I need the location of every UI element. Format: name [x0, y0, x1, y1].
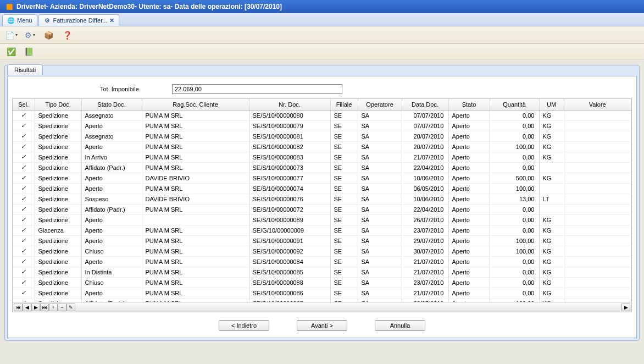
table-row[interactable]: ✓SpedizioneApertoPUMA M SRLSE/S/10/00000…: [13, 288, 631, 298]
table-row[interactable]: ✓SpedizioneAffidato (Padr.)PUMA M SRLSE/…: [13, 204, 631, 214]
cell-nr: SE/S/10/00000080: [249, 110, 330, 120]
table-row[interactable]: ✓SpedizioneIn ArrivoPUMA M SRLSE/S/10/00…: [13, 152, 631, 162]
cell-rag: DAVIDE BRIVIO: [142, 173, 249, 183]
cell-nr: SE/S/10/00000074: [249, 183, 330, 194]
table-row[interactable]: ✓SpedizioneAffidato (Padr.)PUMA M SRLSE/…: [13, 162, 631, 173]
table-row[interactable]: ✓SpedizioneApertoSE/S/10/00000089SESA26/…: [13, 214, 631, 225]
main-toolbar: 📄 ⚙ 📦 ❓: [0, 26, 644, 44]
table-row[interactable]: ✓SpedizioneApertoPUMA M SRLSE/S/10/00000…: [13, 183, 631, 194]
tot-imponibile-value[interactable]: 22.069,00: [172, 84, 342, 94]
col-operatore[interactable]: Operatore: [358, 99, 402, 110]
cell-stato: In Arrivo: [81, 152, 142, 162]
table-row[interactable]: ✓SpedizioneApertoPUMA M SRLSE/S/10/00000…: [13, 256, 631, 267]
col-data-doc[interactable]: Data Doc.: [402, 99, 448, 110]
cell-stato: Sospeso: [81, 194, 142, 204]
cell-rag: PUMA M SRL: [142, 183, 249, 194]
table-row[interactable]: ✓SpedizioneSospesoDAVIDE BRIVIOSE/S/10/0…: [13, 194, 631, 204]
cell-fil: SE: [330, 288, 358, 298]
tot-imponibile-label: Tot. Imponibile: [100, 86, 139, 92]
cell-stato2: Aperto: [448, 214, 490, 225]
cell-op: SA: [358, 225, 402, 235]
cell-nr: SE/S/10/00000085: [249, 267, 330, 277]
cell-rag: PUMA M SRL: [142, 256, 249, 267]
col-stato[interactable]: Stato: [448, 99, 490, 110]
cell-um: KG: [539, 120, 564, 131]
cell-rag: PUMA M SRL: [142, 110, 249, 120]
new-document-button[interactable]: 📄: [4, 29, 18, 42]
col-sel[interactable]: Sel.: [13, 99, 35, 110]
cell-stato: Affidato (Padr.): [81, 204, 142, 214]
cell-um: KG: [539, 298, 564, 302]
cell-nr: SE/S/10/00000073: [249, 162, 330, 173]
tab-menu[interactable]: 🌐 Menu: [2, 14, 37, 26]
grid-nav-button[interactable]: ⏮: [14, 304, 23, 311]
cell-um: KG: [539, 256, 564, 267]
col-rag-soc[interactable]: Rag.Soc. Cliente: [142, 99, 249, 110]
validate-button[interactable]: ✅: [4, 45, 18, 58]
table-row[interactable]: ✓GiacenzaApertoPUMA M SRLSE/G/10/0000000…: [13, 225, 631, 235]
table-row[interactable]: ✓SpedizioneAffidato (Padr.)PUMA M SRLSE/…: [13, 298, 631, 302]
cell-data: 23/07/2010: [402, 225, 448, 235]
cell-rag: PUMA M SRL: [142, 298, 249, 302]
cell-val: [564, 256, 631, 267]
cell-qta: 13,00: [490, 194, 539, 204]
grid-nav-button[interactable]: +: [49, 304, 58, 311]
cancel-button[interactable]: Annulla: [375, 320, 425, 331]
grid-nav-button[interactable]: ▶: [31, 304, 40, 311]
col-nr-doc[interactable]: Nr. Doc.: [249, 99, 330, 110]
col-filiale[interactable]: Filiale: [330, 99, 358, 110]
table-row[interactable]: ✓SpedizioneChiusoPUMA M SRLSE/S/10/00000…: [13, 277, 631, 288]
cell-stato: Assegnato: [81, 110, 142, 120]
package-button[interactable]: 📦: [42, 29, 55, 42]
table-row[interactable]: ✓SpedizioneChiusoPUMA M SRLSE/S/10/00000…: [13, 246, 631, 256]
settings-button[interactable]: ⚙: [23, 29, 36, 42]
col-quantita[interactable]: Quantità: [490, 99, 539, 110]
table-row[interactable]: ✓SpedizioneApertoPUMA M SRLSE/S/10/00000…: [13, 141, 631, 152]
cell-tipo: Giacenza: [35, 225, 81, 235]
cell-qta: 0,00: [490, 152, 539, 162]
col-stato-doc[interactable]: Stato Doc.: [81, 99, 142, 110]
cell-rag: PUMA M SRL: [142, 152, 249, 162]
cell-data: 07/07/2010: [402, 120, 448, 131]
cell-tipo: Spedizione: [35, 194, 81, 204]
cell-um: KG: [539, 225, 564, 235]
cell-data: 21/07/2010: [402, 267, 448, 277]
cell-nr: SE/S/10/00000092: [249, 246, 330, 256]
next-button[interactable]: Avanti >: [297, 320, 347, 331]
tab-risultati[interactable]: Risultati: [7, 64, 43, 75]
scroll-right-button[interactable]: ▶: [621, 304, 630, 311]
grid-nav-button[interactable]: ◀: [23, 304, 31, 311]
help-button[interactable]: ❓: [60, 29, 74, 42]
table-row[interactable]: ✓SpedizioneApertoPUMA M SRLSE/S/10/00000…: [13, 120, 631, 131]
cell-qta: 100,00: [490, 235, 539, 246]
cell-fil: SE: [330, 120, 358, 131]
cell-stato2: Aperto: [448, 267, 490, 277]
table-row[interactable]: ✓SpedizioneAssegnatoPUMA M SRLSE/S/10/00…: [13, 110, 631, 120]
cell-qta: 0,00: [490, 214, 539, 225]
cell-um: KG: [539, 267, 564, 277]
back-button[interactable]: < Indietro: [219, 320, 269, 331]
grid-nav-button[interactable]: ⏭: [40, 304, 49, 311]
cell-op: SA: [358, 194, 402, 204]
cell-stato2: Aperto: [448, 298, 490, 302]
table-row[interactable]: ✓SpedizioneAssegnatoPUMA M SRLSE/S/10/00…: [13, 131, 631, 141]
col-um[interactable]: UM: [539, 99, 564, 110]
grid-nav-bar: ⏮◀▶⏭+−✎ ▶: [13, 302, 631, 312]
grid-nav-button[interactable]: ✎: [66, 304, 75, 311]
cell-sel: ✓: [13, 204, 35, 214]
action-toolbar: ✅ 📗: [0, 44, 644, 59]
cell-stato: Chiuso: [81, 246, 142, 256]
cell-sel: ✓: [13, 152, 35, 162]
table-row[interactable]: ✓SpedizioneApertoPUMA M SRLSE/S/10/00000…: [13, 235, 631, 246]
cell-nr: SE/S/10/00000082: [249, 141, 330, 152]
tab-fatturazione[interactable]: ⚙ Fatturazione Differ... ✕: [38, 14, 120, 26]
table-row[interactable]: ✓SpedizioneApertoDAVIDE BRIVIOSE/S/10/00…: [13, 173, 631, 183]
col-tipo-doc[interactable]: Tipo Doc.: [35, 99, 81, 110]
grid-nav-button[interactable]: −: [58, 304, 66, 311]
cell-val: [564, 235, 631, 246]
export-excel-button[interactable]: 📗: [22, 45, 35, 58]
close-icon[interactable]: ✕: [109, 17, 114, 24]
cell-tipo: Spedizione: [35, 235, 81, 246]
table-row[interactable]: ✓SpedizioneIn DistintaPUMA M SRLSE/S/10/…: [13, 267, 631, 277]
col-valore[interactable]: Valore: [564, 99, 631, 110]
